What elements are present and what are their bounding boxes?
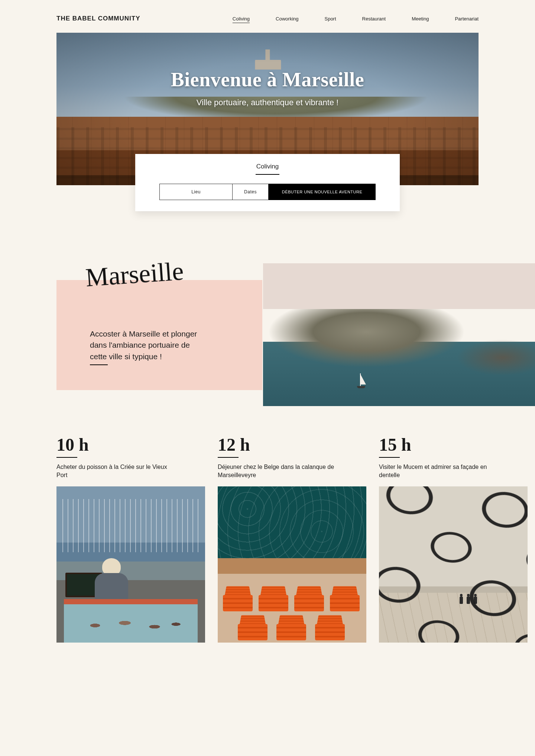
city-photo	[263, 263, 535, 406]
booking-field-dates[interactable]: Dates	[232, 184, 269, 200]
underline-decoration	[90, 364, 108, 365]
mucem-mesh-icon	[379, 486, 528, 643]
nav-sport[interactable]: Sport	[324, 16, 336, 22]
hero-subtitle: Ville portuaire, authentique et vibrante…	[197, 98, 338, 107]
nav-coliving[interactable]: Coliving	[233, 16, 250, 22]
city-card: Accoster à Marseille et plonger dans l'a…	[56, 280, 262, 390]
booking-field-lieu[interactable]: Lieu	[159, 184, 232, 200]
city-intro: Accoster à Marseille et plonger dans l'a…	[56, 263, 479, 412]
brand-logo[interactable]: THE BABEL COMMUNITY	[56, 15, 140, 22]
booking-bar: Coliving Lieu Dates DÉBUTER UNE NOUVELLE…	[135, 154, 400, 211]
hour-image	[56, 486, 205, 643]
hour-time: 15 h	[379, 434, 528, 455]
hour-card-10h: 10 h Acheter du poisson à la Criée sur l…	[56, 434, 205, 643]
city-lead-line: Accoster à Marseille et plonger	[90, 329, 197, 338]
nav-coworking[interactable]: Coworking	[276, 16, 298, 22]
city-lead-line: cette ville si typique !	[90, 352, 162, 361]
sailboat-icon	[360, 373, 361, 386]
underline-decoration	[218, 457, 239, 458]
hour-desc: Déjeuner chez le Belge dans la calanque …	[218, 463, 340, 479]
hero-title: Bienvenue à Marseille	[171, 68, 364, 91]
underline-decoration	[56, 457, 77, 458]
hero: Bienvenue à Marseille Ville portuaire, a…	[56, 33, 479, 185]
hours-grid: 10 h Acheter du poisson à la Criée sur l…	[56, 434, 528, 643]
hour-card-12h: 12 h Déjeuner chez le Belge dans la cala…	[218, 434, 366, 643]
hour-image	[379, 486, 528, 643]
site-header: THE BABEL COMMUNITY Coliving Coworking S…	[56, 0, 479, 33]
booking-cta-button[interactable]: DÉBUTER UNE NOUVELLE AVENTURE	[269, 184, 376, 200]
nav-restaurant[interactable]: Restaurant	[362, 16, 386, 22]
hour-image	[218, 486, 366, 643]
nav-meeting[interactable]: Meeting	[412, 16, 429, 22]
hour-time: 10 h	[56, 434, 205, 455]
hour-desc: Visiter le Mucem et admirer sa façade en…	[379, 463, 502, 479]
hour-desc: Acheter du poisson à la Criée sur le Vie…	[56, 463, 179, 479]
main-nav: Coliving Coworking Sport Restaurant Meet…	[233, 16, 479, 22]
hour-time: 12 h	[218, 434, 366, 455]
city-lead-line: dans l'ambiance portuaire de	[90, 341, 190, 349]
hour-card-15h: 15 h Visiter le Mucem et admirer sa faça…	[379, 434, 528, 643]
nav-partenariat[interactable]: Partenariat	[455, 16, 479, 22]
underline-decoration	[379, 457, 400, 458]
city-name-script: Marseille	[85, 258, 185, 291]
booking-tab-coliving[interactable]: Coliving	[256, 161, 279, 175]
city-lead: Accoster à Marseille et plonger dans l'a…	[90, 328, 229, 365]
